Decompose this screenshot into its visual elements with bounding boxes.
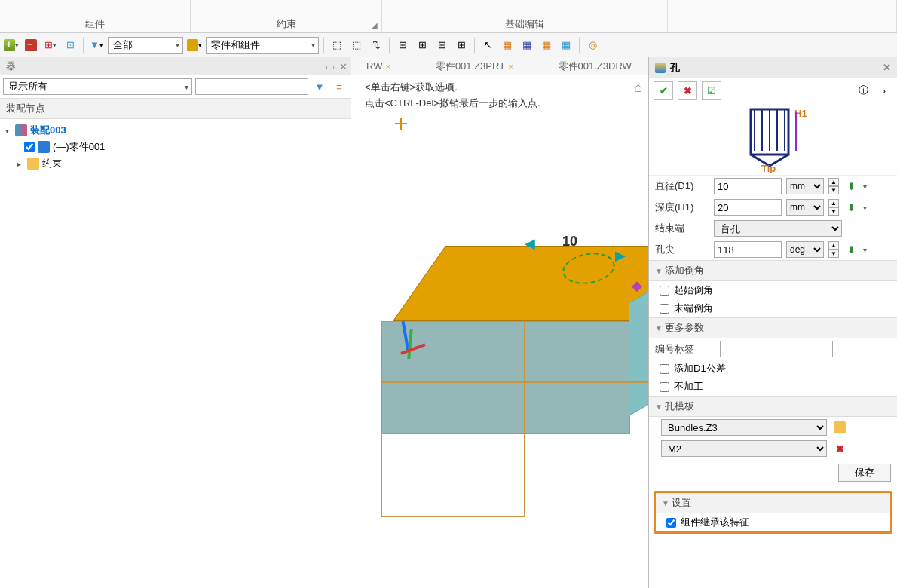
visibility-checkbox[interactable] xyxy=(24,142,35,152)
dialog-launcher-icon[interactable]: ◢ xyxy=(370,21,379,30)
part-cube-button[interactable]: ▾ xyxy=(186,37,203,54)
doc-tab[interactable]: RW× xyxy=(366,60,390,72)
link-icon[interactable]: ⬇ xyxy=(843,200,859,215)
param-label: 结束端 xyxy=(655,222,709,235)
info-icon[interactable]: ⓘ xyxy=(855,82,871,99)
context-hint: <单击右键>获取选项. 点击<CTRL-Del>撤销最后一步的输入点. xyxy=(365,80,540,112)
apply-button[interactable]: ☑ xyxy=(702,81,721,100)
param-label: 编号标签 xyxy=(655,342,715,356)
section-more[interactable]: 更多参数 xyxy=(649,317,897,338)
ribbon-group-constraint: 约束 ◢ xyxy=(191,0,381,32)
cancel-button[interactable]: ✖ xyxy=(678,81,697,100)
size-select[interactable]: M2 xyxy=(661,440,827,457)
close-icon[interactable]: × xyxy=(508,62,513,71)
tool-btn-3[interactable]: ⇅ xyxy=(368,37,384,54)
dim-cone-icon: ◀ xyxy=(525,235,535,252)
list-options-icon[interactable]: ≡ xyxy=(331,78,347,95)
depth-unit-select[interactable]: mm xyxy=(786,199,824,216)
tool-btn-4[interactable]: ⊞ xyxy=(394,37,411,54)
expander-icon[interactable]: ▾ xyxy=(2,127,12,135)
hole-preview-diagram: H1 Tip xyxy=(649,103,897,176)
minus-icon xyxy=(25,39,37,51)
model-tree-panel: 器 ▭ ✕ 显示所有 ▼ ≡ 装配节点 ▾ 装配003 (—)零件001 xyxy=(0,57,351,588)
tip-unit-select[interactable]: deg xyxy=(786,241,824,258)
section-chamfer[interactable]: 添加倒角 xyxy=(649,260,897,281)
sketch-plane-edge xyxy=(381,381,648,383)
section-settings[interactable]: 设置 xyxy=(656,493,890,513)
3d-viewport[interactable]: RW× 零件001.Z3PRT× 零件001.Z3DRW <单击右键>获取选项.… xyxy=(351,57,648,588)
tree-node-label: (—)零件001 xyxy=(53,140,105,154)
tool-btn-6[interactable]: ⊞ xyxy=(433,37,450,54)
bundle-select[interactable]: Bundles.Z3 xyxy=(661,419,827,436)
spinner[interactable]: ▲▼ xyxy=(828,199,839,216)
ribbon: 组件 约束 ◢ 基础编辑 xyxy=(0,0,897,33)
save-button[interactable]: 保存 xyxy=(838,464,891,482)
grid-button[interactable]: ⊡ xyxy=(62,37,78,54)
folder-icon[interactable] xyxy=(831,419,848,436)
dropdown-icon[interactable]: ▾ xyxy=(863,204,867,212)
cursor-button[interactable]: ↖ xyxy=(479,37,496,54)
sheet-button[interactable]: ▦ xyxy=(519,37,535,54)
tree-node-label: 约束 xyxy=(42,157,62,170)
start-chamfer-checkbox[interactable] xyxy=(660,286,669,296)
tool-btn-5[interactable]: ⊞ xyxy=(414,37,430,54)
link-icon[interactable]: ⬇ xyxy=(843,179,859,194)
settings-highlight-box: 设置 组件继承该特征 xyxy=(654,491,892,534)
folder-icon xyxy=(27,158,39,170)
add-button[interactable]: ▾ xyxy=(3,37,20,54)
dropdown-icon[interactable]: ▾ xyxy=(863,182,867,191)
tool-btn-1[interactable]: ⬚ xyxy=(329,37,345,54)
funnel-icon[interactable]: ▼ xyxy=(311,78,328,95)
spinner[interactable]: ▲▼ xyxy=(828,178,839,194)
scope-combo[interactable]: 全部 xyxy=(108,37,183,54)
target-button[interactable]: ◎ xyxy=(584,37,601,54)
close-icon[interactable]: × xyxy=(385,62,390,71)
panel-title: 孔 xyxy=(670,61,680,75)
doc-tab[interactable]: 零件001.Z3DRW xyxy=(559,60,632,73)
param-label: 深度(H1) xyxy=(655,201,709,214)
tool-btn-7[interactable]: ⊞ xyxy=(453,37,470,54)
tool-btn-2[interactable]: ⬚ xyxy=(348,37,365,54)
stack-button[interactable]: ▦ xyxy=(538,37,555,54)
remove-button[interactable] xyxy=(23,37,39,54)
end-chamfer-checkbox[interactable] xyxy=(660,304,669,314)
doc-tab[interactable]: 零件001.Z3PRT× xyxy=(436,60,513,73)
param-label: 直径(D1) xyxy=(655,179,709,193)
no-machining-checkbox[interactable] xyxy=(660,382,669,392)
end-type-select[interactable]: 盲孔 xyxy=(714,220,842,237)
spinner[interactable]: ▲▼ xyxy=(828,241,839,258)
expander-icon[interactable]: ▸ xyxy=(14,160,24,168)
assembly-icon xyxy=(15,124,27,136)
dropdown-icon[interactable]: ▾ xyxy=(863,246,867,254)
display-filter-combo[interactable]: 显示所有 xyxy=(3,78,192,95)
link-icon[interactable]: ⬇ xyxy=(843,242,859,257)
section-template[interactable]: 孔模板 xyxy=(649,396,897,417)
tree-root[interactable]: ▾ 装配003 xyxy=(0,122,351,139)
diameter-unit-select[interactable]: mm xyxy=(786,178,824,194)
inherit-feature-checkbox[interactable] xyxy=(666,518,676,528)
tree-part[interactable]: (—)零件001 xyxy=(0,139,351,155)
home-view-icon[interactable]: ⌂ xyxy=(634,80,642,96)
tag-input[interactable] xyxy=(720,341,833,357)
ok-button[interactable]: ✔ xyxy=(654,81,673,100)
grid-button-2[interactable]: ▦ xyxy=(558,37,574,54)
filter-funnel-button[interactable]: ▼▾ xyxy=(88,37,105,54)
depth-input[interactable] xyxy=(714,199,782,216)
diameter-input[interactable] xyxy=(714,178,782,194)
axis-handle-icon[interactable]: ◆ xyxy=(632,277,642,294)
tree-constraints[interactable]: ▸ 约束 xyxy=(0,155,351,172)
ribbon-group-extra xyxy=(668,0,897,32)
close-icon[interactable]: ✕ xyxy=(339,61,347,72)
minimize-icon[interactable]: ▭ xyxy=(326,61,335,72)
delete-icon[interactable]: ✖ xyxy=(831,440,848,457)
tolerance-checkbox[interactable] xyxy=(660,364,669,374)
close-icon[interactable]: ✕ xyxy=(883,62,891,73)
pin-icon[interactable]: › xyxy=(876,82,892,99)
type-combo[interactable]: 零件和组件 xyxy=(206,37,319,54)
ribbon-group-component: 组件 xyxy=(0,0,191,32)
filter-search-input[interactable] xyxy=(195,78,308,95)
origin-marker xyxy=(395,118,407,130)
select-mode-button[interactable]: ⊞▾ xyxy=(42,37,59,54)
tip-angle-input[interactable] xyxy=(714,241,782,258)
report-button[interactable]: ▦ xyxy=(499,37,516,54)
